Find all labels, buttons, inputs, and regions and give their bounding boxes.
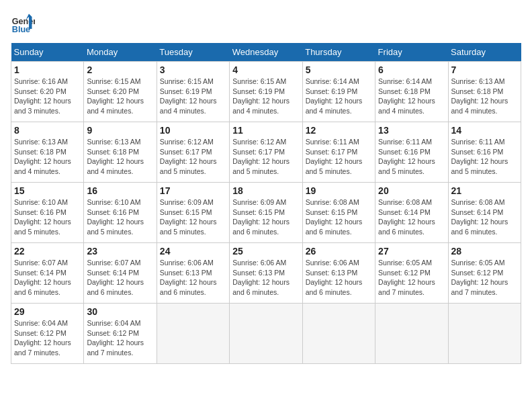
day-info: Sunrise: 6:05 AMSunset: 6:12 PMDaylight:… xyxy=(378,258,445,298)
calendar-cell: 26Sunrise: 6:06 AMSunset: 6:13 PMDayligh… xyxy=(302,243,375,304)
day-info: Sunrise: 6:13 AMSunset: 6:18 PMDaylight:… xyxy=(87,137,153,177)
calendar-cell: 19Sunrise: 6:08 AMSunset: 6:15 PMDayligh… xyxy=(302,183,375,243)
calendar-cell: 2Sunrise: 6:15 AMSunset: 6:20 PMDaylight… xyxy=(84,62,157,122)
day-number: 26 xyxy=(306,246,372,257)
day-number: 30 xyxy=(87,306,153,317)
day-info: Sunrise: 6:04 AMSunset: 6:12 PMDaylight:… xyxy=(87,318,153,358)
calendar-cell: 11Sunrise: 6:12 AMSunset: 6:17 PMDayligh… xyxy=(230,122,302,183)
day-number: 1 xyxy=(14,64,81,75)
calendar-cell: 7Sunrise: 6:13 AMSunset: 6:18 PMDaylight… xyxy=(448,62,521,122)
day-info: Sunrise: 6:15 AMSunset: 6:19 PMDaylight:… xyxy=(232,77,299,116)
day-number: 3 xyxy=(160,64,226,75)
day-number: 27 xyxy=(378,246,445,257)
calendar-header-row: SundayMondayTuesdayWednesdayThursdayFrid… xyxy=(11,43,521,62)
calendar-cell: 24Sunrise: 6:06 AMSunset: 6:13 PMDayligh… xyxy=(157,243,229,304)
col-header-wednesday: Wednesday xyxy=(230,43,302,62)
day-info: Sunrise: 6:15 AMSunset: 6:20 PMDaylight:… xyxy=(87,77,153,116)
day-number: 6 xyxy=(378,64,445,75)
day-info: Sunrise: 6:13 AMSunset: 6:18 PMDaylight:… xyxy=(14,137,81,177)
calendar-cell: 6Sunrise: 6:14 AMSunset: 6:18 PMDaylight… xyxy=(375,62,448,122)
calendar-week-1: 1Sunrise: 6:16 AMSunset: 6:20 PMDaylight… xyxy=(11,62,521,122)
col-header-monday: Monday xyxy=(84,43,157,62)
day-number: 28 xyxy=(451,246,518,257)
calendar-cell: 17Sunrise: 6:09 AMSunset: 6:15 PMDayligh… xyxy=(157,183,229,243)
day-number: 23 xyxy=(87,246,153,257)
calendar-cell: 9Sunrise: 6:13 AMSunset: 6:18 PMDaylight… xyxy=(84,122,157,183)
day-number: 22 xyxy=(14,246,81,257)
calendar-cell: 20Sunrise: 6:08 AMSunset: 6:14 PMDayligh… xyxy=(375,183,448,243)
day-info: Sunrise: 6:06 AMSunset: 6:13 PMDaylight:… xyxy=(160,258,226,298)
calendar-week-5: 29Sunrise: 6:04 AMSunset: 6:12 PMDayligh… xyxy=(11,304,521,364)
day-number: 4 xyxy=(232,64,299,75)
day-number: 19 xyxy=(306,185,372,196)
calendar-table: SundayMondayTuesdayWednesdayThursdayFrid… xyxy=(11,43,521,364)
day-info: Sunrise: 6:08 AMSunset: 6:14 PMDaylight:… xyxy=(378,197,445,237)
calendar-cell: 23Sunrise: 6:07 AMSunset: 6:14 PMDayligh… xyxy=(84,243,157,304)
page-header: General Blue xyxy=(11,11,521,35)
day-number: 8 xyxy=(14,125,81,136)
day-number: 25 xyxy=(232,246,299,257)
logo: General Blue xyxy=(11,11,38,35)
day-info: Sunrise: 6:08 AMSunset: 6:14 PMDaylight:… xyxy=(451,197,518,237)
calendar-cell xyxy=(375,304,448,364)
calendar-week-4: 22Sunrise: 6:07 AMSunset: 6:14 PMDayligh… xyxy=(11,243,521,304)
day-number: 14 xyxy=(451,125,518,136)
col-header-tuesday: Tuesday xyxy=(157,43,229,62)
day-info: Sunrise: 6:04 AMSunset: 6:12 PMDaylight:… xyxy=(14,318,81,358)
calendar-cell xyxy=(302,304,375,364)
day-info: Sunrise: 6:09 AMSunset: 6:15 PMDaylight:… xyxy=(232,197,299,237)
calendar-cell: 14Sunrise: 6:11 AMSunset: 6:16 PMDayligh… xyxy=(448,122,521,183)
calendar-cell: 1Sunrise: 6:16 AMSunset: 6:20 PMDaylight… xyxy=(11,62,84,122)
calendar-cell: 25Sunrise: 6:06 AMSunset: 6:13 PMDayligh… xyxy=(230,243,302,304)
calendar-body: 1Sunrise: 6:16 AMSunset: 6:20 PMDaylight… xyxy=(11,62,521,364)
day-info: Sunrise: 6:06 AMSunset: 6:13 PMDaylight:… xyxy=(232,258,299,298)
day-info: Sunrise: 6:11 AMSunset: 6:16 PMDaylight:… xyxy=(378,137,445,177)
day-info: Sunrise: 6:14 AMSunset: 6:19 PMDaylight:… xyxy=(306,77,372,116)
calendar-cell: 30Sunrise: 6:04 AMSunset: 6:12 PMDayligh… xyxy=(84,304,157,364)
day-info: Sunrise: 6:08 AMSunset: 6:15 PMDaylight:… xyxy=(306,197,372,237)
svg-text:Blue: Blue xyxy=(12,25,30,34)
logo-icon: General Blue xyxy=(11,11,35,35)
day-info: Sunrise: 6:15 AMSunset: 6:19 PMDaylight:… xyxy=(160,77,226,116)
calendar-cell: 4Sunrise: 6:15 AMSunset: 6:19 PMDaylight… xyxy=(230,62,302,122)
day-info: Sunrise: 6:11 AMSunset: 6:17 PMDaylight:… xyxy=(306,137,372,177)
calendar-cell: 29Sunrise: 6:04 AMSunset: 6:12 PMDayligh… xyxy=(11,304,84,364)
calendar-cell: 16Sunrise: 6:10 AMSunset: 6:16 PMDayligh… xyxy=(84,183,157,243)
calendar-cell: 27Sunrise: 6:05 AMSunset: 6:12 PMDayligh… xyxy=(375,243,448,304)
day-number: 29 xyxy=(14,306,81,317)
calendar-cell: 15Sunrise: 6:10 AMSunset: 6:16 PMDayligh… xyxy=(11,183,84,243)
calendar-cell xyxy=(230,304,302,364)
calendar-cell: 18Sunrise: 6:09 AMSunset: 6:15 PMDayligh… xyxy=(230,183,302,243)
calendar-cell: 13Sunrise: 6:11 AMSunset: 6:16 PMDayligh… xyxy=(375,122,448,183)
day-info: Sunrise: 6:10 AMSunset: 6:16 PMDaylight:… xyxy=(87,197,153,237)
day-number: 16 xyxy=(87,185,153,196)
day-info: Sunrise: 6:12 AMSunset: 6:17 PMDaylight:… xyxy=(160,137,226,177)
day-number: 17 xyxy=(160,185,226,196)
day-number: 24 xyxy=(160,246,226,257)
day-number: 5 xyxy=(306,64,372,75)
calendar-cell: 22Sunrise: 6:07 AMSunset: 6:14 PMDayligh… xyxy=(11,243,84,304)
calendar-cell: 28Sunrise: 6:05 AMSunset: 6:12 PMDayligh… xyxy=(448,243,521,304)
day-info: Sunrise: 6:13 AMSunset: 6:18 PMDaylight:… xyxy=(451,77,518,116)
day-number: 15 xyxy=(14,185,81,196)
day-info: Sunrise: 6:09 AMSunset: 6:15 PMDaylight:… xyxy=(160,197,226,237)
day-info: Sunrise: 6:11 AMSunset: 6:16 PMDaylight:… xyxy=(451,137,518,177)
day-number: 9 xyxy=(87,125,153,136)
calendar-week-2: 8Sunrise: 6:13 AMSunset: 6:18 PMDaylight… xyxy=(11,122,521,183)
day-number: 11 xyxy=(232,125,299,136)
day-info: Sunrise: 6:12 AMSunset: 6:17 PMDaylight:… xyxy=(232,137,299,177)
calendar-cell xyxy=(157,304,229,364)
day-info: Sunrise: 6:05 AMSunset: 6:12 PMDaylight:… xyxy=(451,258,518,298)
col-header-thursday: Thursday xyxy=(302,43,375,62)
calendar-cell: 8Sunrise: 6:13 AMSunset: 6:18 PMDaylight… xyxy=(11,122,84,183)
calendar-cell: 10Sunrise: 6:12 AMSunset: 6:17 PMDayligh… xyxy=(157,122,229,183)
day-number: 10 xyxy=(160,125,226,136)
calendar-week-3: 15Sunrise: 6:10 AMSunset: 6:16 PMDayligh… xyxy=(11,183,521,243)
day-number: 7 xyxy=(451,64,518,75)
day-number: 13 xyxy=(378,125,445,136)
day-number: 2 xyxy=(87,64,153,75)
day-info: Sunrise: 6:16 AMSunset: 6:20 PMDaylight:… xyxy=(14,77,81,116)
day-info: Sunrise: 6:10 AMSunset: 6:16 PMDaylight:… xyxy=(14,197,81,237)
calendar-cell: 5Sunrise: 6:14 AMSunset: 6:19 PMDaylight… xyxy=(302,62,375,122)
day-info: Sunrise: 6:06 AMSunset: 6:13 PMDaylight:… xyxy=(306,258,372,298)
